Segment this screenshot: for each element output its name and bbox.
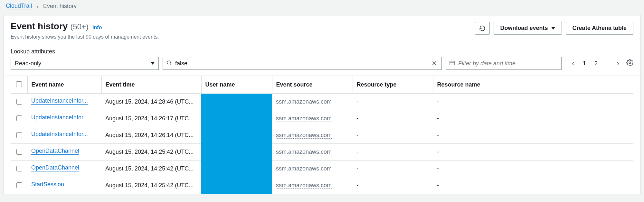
event-source-link[interactable]: ssm.amazonaws.com [276, 149, 332, 155]
user-name-cell [201, 177, 272, 194]
resource-name-cell: - [433, 161, 633, 177]
event-name-link[interactable]: UpdateInstanceInfor... [31, 97, 88, 105]
svg-point-6 [629, 62, 631, 64]
settings-button[interactable] [626, 59, 633, 68]
col-header-event-name[interactable]: Event name [27, 76, 101, 94]
svg-rect-2 [450, 61, 454, 65]
row-checkbox[interactable] [16, 99, 22, 105]
event-time-cell: August 15, 2024, 14:28:46 (UTC... [101, 94, 201, 110]
event-time-cell: August 15, 2024, 14:26:17 (UTC... [101, 110, 201, 127]
row-checkbox[interactable] [16, 115, 22, 121]
svg-point-0 [167, 61, 171, 64]
page-number-1[interactable]: 1 [582, 60, 587, 68]
download-events-label: Download events [500, 25, 548, 32]
resource-name-cell: - [433, 127, 633, 144]
event-name-link[interactable]: OpenDataChannel [31, 148, 79, 155]
breadcrumb-current: Event history [43, 3, 77, 10]
date-filter-input-wrap [446, 57, 562, 70]
caret-down-icon [151, 62, 155, 65]
row-checkbox[interactable] [16, 132, 22, 138]
col-header-event-source[interactable]: Event source [272, 76, 353, 94]
resource-type-cell: - [353, 110, 433, 127]
events-table: Event name Event time User name Event so… [11, 76, 633, 194]
resource-type-cell: - [353, 94, 433, 110]
main-panel: Event history (50+) Info Event history s… [3, 15, 641, 194]
user-name-cell [201, 110, 272, 127]
search-icon [166, 60, 172, 67]
page-prev-button[interactable]: ‹ [571, 59, 576, 68]
resource-name-cell: - [433, 110, 633, 127]
event-name-link[interactable]: UpdateInstanceInfor... [31, 131, 88, 138]
row-checkbox[interactable] [16, 182, 22, 188]
lookup-attribute-select-value: Read-only [15, 60, 41, 67]
download-events-button[interactable]: Download events [494, 22, 562, 35]
resource-name-cell: - [433, 144, 633, 161]
resource-type-cell: - [353, 177, 433, 194]
create-athena-table-button[interactable]: Create Athena table [566, 22, 633, 35]
table-row: UpdateInstanceInfor... August 15, 2024, … [11, 110, 633, 127]
pagination: ‹ 1 2 ... › [571, 59, 633, 68]
user-name-cell [201, 161, 272, 177]
lookup-value-input-wrap: ✕ [163, 57, 442, 70]
breadcrumb: CloudTrail › Event history [0, 0, 644, 13]
event-time-cell: August 15, 2024, 14:25:42 (UTC... [101, 161, 201, 177]
chevron-right-icon: › [36, 3, 39, 10]
col-header-user-name[interactable]: User name [201, 76, 272, 94]
table-row: OpenDataChannel August 15, 2024, 14:25:4… [11, 161, 633, 177]
table-row: UpdateInstanceInfor... August 15, 2024, … [11, 94, 633, 110]
record-count: (50+) [70, 22, 89, 31]
page-next-button[interactable]: › [615, 59, 620, 68]
lookup-attributes-label: Lookup attributes [11, 48, 633, 55]
close-icon: ✕ [431, 60, 437, 67]
event-source-link[interactable]: ssm.amazonaws.com [276, 182, 332, 189]
user-name-cell [201, 127, 272, 144]
gear-icon [626, 59, 633, 66]
resource-name-cell: - [433, 177, 633, 194]
event-source-link[interactable]: ssm.amazonaws.com [276, 165, 332, 172]
table-row: OpenDataChannel August 15, 2024, 14:25:4… [11, 144, 633, 161]
user-name-cell [201, 144, 272, 161]
event-name-link[interactable]: OpenDataChannel [31, 164, 79, 171]
page-ellipsis: ... [605, 60, 610, 67]
col-header-resource-name[interactable]: Resource name [433, 76, 633, 94]
event-time-cell: August 15, 2024, 14:25:42 (UTC... [101, 144, 201, 161]
col-header-event-time[interactable]: Event time [101, 76, 201, 94]
event-source-link[interactable]: ssm.amazonaws.com [276, 132, 332, 139]
info-link[interactable]: Info [92, 25, 102, 31]
resource-type-cell: - [353, 144, 433, 161]
chevron-left-icon: ‹ [572, 59, 574, 68]
resource-name-cell: - [433, 94, 633, 110]
caret-down-icon [551, 27, 555, 30]
event-name-link[interactable]: UpdateInstanceInfor... [31, 114, 88, 121]
event-time-cell: August 15, 2024, 14:25:42 (UTC... [101, 177, 201, 194]
svg-line-1 [170, 64, 171, 65]
page-number-2[interactable]: 2 [593, 60, 599, 68]
lookup-value-input[interactable] [175, 57, 430, 69]
page-title: Event history [11, 21, 68, 32]
event-source-link[interactable]: ssm.amazonaws.com [276, 98, 332, 105]
breadcrumb-root-link[interactable]: CloudTrail [6, 3, 32, 10]
user-name-cell [201, 94, 272, 110]
resource-type-cell: - [353, 161, 433, 177]
date-filter-input[interactable] [458, 60, 558, 67]
col-header-resource-type[interactable]: Resource type [353, 76, 433, 94]
row-checkbox[interactable] [16, 149, 22, 155]
event-time-cell: August 15, 2024, 14:26:14 (UTC... [101, 127, 201, 144]
create-athena-table-label: Create Athena table [573, 25, 627, 32]
refresh-button[interactable] [475, 22, 490, 35]
page-subtitle: Event history shows you the last 90 days… [11, 34, 159, 40]
refresh-icon [479, 25, 486, 32]
select-all-checkbox[interactable] [16, 81, 22, 87]
table-row: UpdateInstanceInfor... August 15, 2024, … [11, 127, 633, 144]
chevron-right-icon: › [617, 59, 619, 68]
table-row: StartSession August 15, 2024, 14:25:42 (… [11, 177, 633, 194]
calendar-icon [449, 60, 455, 67]
resource-type-cell: - [353, 127, 433, 144]
clear-input-button[interactable]: ✕ [430, 58, 438, 69]
lookup-attribute-select[interactable]: Read-only [11, 57, 159, 70]
row-checkbox[interactable] [16, 166, 22, 171]
event-name-link[interactable]: StartSession [31, 181, 64, 188]
event-source-link[interactable]: ssm.amazonaws.com [276, 115, 332, 122]
